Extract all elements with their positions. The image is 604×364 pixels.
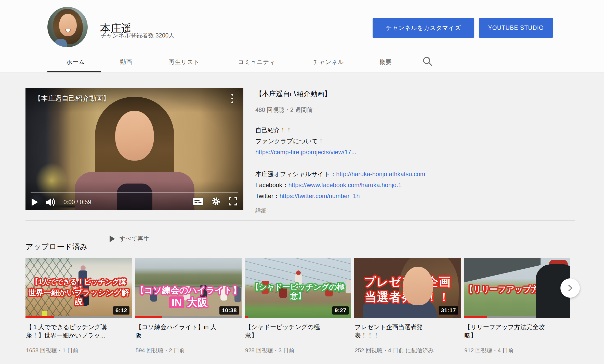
- video-title[interactable]: プレゼント企画当選者発表！！！: [355, 323, 440, 346]
- kebab-icon: [231, 98, 233, 99]
- duration-badge: 9:27: [332, 306, 349, 315]
- watch-progress-track: [25, 316, 132, 318]
- kebab-icon: [231, 101, 233, 103]
- video-title[interactable]: 【コソ練会ハイライト】in 大阪: [136, 323, 221, 346]
- video-thumbnail[interactable]: プレゼント企画 当選者発表！！ 31:17: [354, 258, 461, 318]
- description-line: ファンクラブについて！: [255, 136, 467, 147]
- youtube-studio-button[interactable]: YOUTUBE STUDIO: [479, 18, 553, 38]
- kebab-icon: [231, 94, 233, 96]
- uploads-section-title[interactable]: アップロード済み: [25, 242, 88, 252]
- video-thumbnail[interactable]: 【1人でできる！ピッチング講座】 世界一細かいブラッシング解説 6:12: [25, 258, 132, 318]
- tab-about[interactable]: 概要: [378, 57, 393, 68]
- tab-community[interactable]: コミュニティ: [237, 57, 277, 68]
- overlay-text: 大阪: [187, 297, 208, 308]
- settings-button[interactable]: [211, 197, 220, 206]
- video-card[interactable]: 【1人でできる！ピッチング講座】 世界一細かいブラッシング解説 6:12 【１人…: [25, 258, 132, 354]
- watch-progress-track: [135, 316, 242, 318]
- watch-progress-track: [464, 316, 570, 318]
- duration-badge: 31:17: [439, 306, 458, 315]
- subtitles-icon: [193, 198, 203, 205]
- search-icon: [422, 55, 434, 68]
- channel-tabs: ホーム 動画 再生リスト コミュニティ チャンネル 概要: [0, 52, 604, 72]
- thumbnail-overlay-text: プレゼント企画: [354, 275, 461, 289]
- play-button[interactable]: [32, 198, 38, 206]
- subscriber-count: チャンネル登録者数 3200人: [100, 32, 174, 40]
- play-all-label: すべて再生: [120, 235, 149, 243]
- channel-header: 本庄遥 チャンネル登録者数 3200人 チャンネルをカスタマイズ YOUTUBE…: [0, 0, 604, 73]
- duration-badge: 10:38: [219, 306, 239, 315]
- video-card[interactable]: プレゼント企画 当選者発表！！ 31:17 プレゼント企画当選者発表！！！ 25…: [354, 258, 461, 354]
- video-meta: 252 回視聴・4 日前 に配信済み: [355, 347, 459, 354]
- avatar-art: [55, 39, 67, 47]
- subtitles-button[interactable]: [193, 198, 203, 205]
- video-card[interactable]: 【リリーフアップ方法完全攻略】 15:18 【リリーフアップ方法完全攻略】 91…: [464, 258, 570, 354]
- video-thumbnail[interactable]: 【リリーフアップ方法完全攻略】 15:18: [464, 258, 570, 318]
- tab-home[interactable]: ホーム: [65, 57, 86, 68]
- featured-video-description: 自己紹介！！ ファンクラブについて！ https://camp-fire.jp/…: [255, 125, 467, 201]
- twitter-link[interactable]: https://twitter.com/number_1h: [280, 192, 360, 199]
- facebook-link[interactable]: https://www.facebook.com/haruka.honjo.1: [288, 181, 401, 188]
- player-menu-button[interactable]: [227, 93, 237, 107]
- volume-icon: [46, 198, 56, 206]
- featured-video-info: 【本庄遥自己紹介動画】 480 回視聴・2 週間前 自己紹介！！ ファンクラブに…: [255, 88, 467, 215]
- carousel-next-button[interactable]: [560, 278, 580, 298]
- video-thumbnail[interactable]: 【シャドーピッチングの極意】 9:27: [245, 258, 351, 318]
- active-tab-underline: [47, 71, 101, 72]
- watch-progress-fill: [464, 316, 487, 318]
- play-icon: [32, 198, 38, 206]
- facebook-label: Facebook：: [255, 181, 288, 188]
- video-thumbnail[interactable]: 【コソ練会のハイライト】 IN 大阪 10:38: [135, 258, 242, 318]
- campfire-link[interactable]: https://camp-fire.jp/projects/view/17...: [255, 149, 356, 155]
- duration-badge: 6:12: [113, 306, 129, 315]
- official-site-link[interactable]: http://haruka-honjo.athkatsu.com: [336, 171, 425, 177]
- youtube-channel-page: 本庄遥 チャンネル登録者数 3200人 チャンネルをカスタマイズ YOUTUBE…: [0, 0, 604, 364]
- video-meta: 928 回視聴・3 日前: [245, 347, 350, 354]
- official-site-label: 本庄遥オフィシャルサイト：: [255, 171, 336, 177]
- video-caption: プレゼント企画当選者発表！！！ 252 回視聴・4 日前 に配信済み: [354, 318, 461, 354]
- customize-channel-button[interactable]: チャンネルをカスタマイズ: [373, 18, 474, 38]
- description-line: 自己紹介！！: [255, 125, 467, 136]
- player-overlay-title: 【本庄遥自己紹介動画】: [34, 94, 110, 103]
- settings-icon: [211, 197, 220, 206]
- tab-channels[interactable]: チャンネル: [312, 57, 345, 68]
- video-caption: 【リリーフアップ方法完全攻略】 912 回視聴・4 日前: [464, 318, 570, 354]
- play-all-icon: [110, 236, 115, 242]
- video-caption: 【シャドーピッチングの極意】 928 回視聴・3 日前: [245, 318, 351, 354]
- overlay-in-badge: IN: [169, 296, 184, 308]
- player-progress-bar[interactable]: [31, 192, 238, 193]
- thumbnail-overlay-text: 【コソ練会のハイライト】: [135, 285, 242, 295]
- video-title[interactable]: 【リリーフアップ方法完全攻略】: [464, 323, 550, 346]
- video-meta: 594 回視聴・2 日前: [136, 347, 240, 354]
- featured-video-player[interactable]: 【本庄遥自己紹介動画】 0:00 / 0:59: [25, 88, 243, 210]
- volume-button[interactable]: [46, 198, 56, 206]
- fullscreen-button[interactable]: [229, 197, 237, 206]
- tab-videos[interactable]: 動画: [119, 57, 133, 68]
- play-all-button[interactable]: すべて再生: [108, 235, 151, 243]
- watch-progress-fill: [245, 316, 248, 318]
- video-title[interactable]: 【１人でできるピッチング講座！】世界一細かいブラッ...: [26, 323, 112, 346]
- watch-progress-fill: [135, 316, 162, 318]
- video-card[interactable]: 【コソ練会のハイライト】 IN 大阪 10:38 【コソ練会ハイライト】in 大…: [135, 258, 242, 354]
- description-spacer: [255, 158, 467, 168]
- player-time-display: 0:00 / 0:59: [63, 199, 91, 206]
- video-caption: 【１人でできるピッチング講座！】世界一細かいブラッ... 1658 回視聴・1 …: [25, 318, 132, 354]
- featured-video-meta: 480 回視聴・2 週間前: [255, 106, 467, 114]
- thumbnail-overlay-text: 【シャドーピッチングの極意】: [245, 283, 351, 300]
- player-controls-right: [193, 197, 237, 206]
- tab-playlists[interactable]: 再生リスト: [168, 57, 201, 68]
- thumbnail-overlay-text: 【リリーフアップ方法完全攻略】: [465, 285, 570, 294]
- video-meta: 1658 回視聴・1 日前: [26, 347, 130, 354]
- show-more-link[interactable]: 詳細: [255, 207, 267, 215]
- video-meta: 912 回視聴・4 日前: [464, 347, 569, 354]
- watch-progress-track: [245, 316, 351, 318]
- video-card[interactable]: 【シャドーピッチングの極意】 9:27 【シャドーピッチングの極意】 928 回…: [245, 258, 351, 354]
- section-divider: [25, 220, 575, 221]
- thumbnail-overlay-text: 当選者発表！！: [354, 290, 461, 304]
- channel-search-button[interactable]: [421, 55, 434, 68]
- chevron-right-icon: [566, 284, 574, 292]
- video-title[interactable]: 【シャドーピッチングの極意】: [245, 323, 331, 346]
- channel-avatar[interactable]: [47, 7, 88, 47]
- duration-badge: 15:18: [548, 306, 568, 315]
- section-divider: [25, 362, 575, 362]
- featured-video-title[interactable]: 【本庄遥自己紹介動画】: [255, 89, 467, 98]
